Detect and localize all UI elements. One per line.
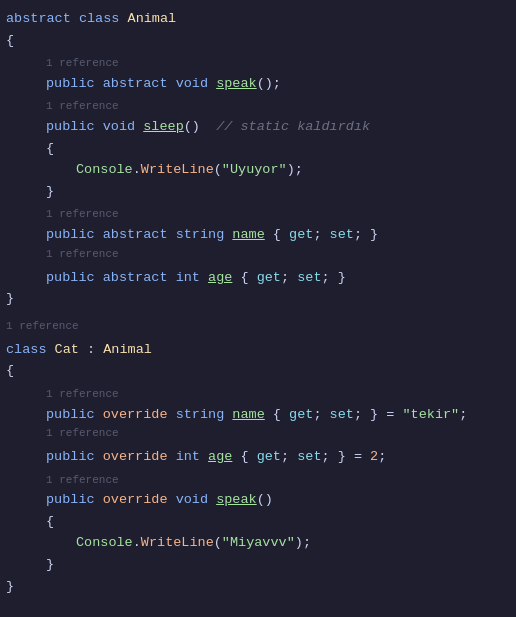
line-close-brace-1: } [0,288,516,310]
line-cat-speak: public override void speak() [0,489,516,511]
line-sleep-body: Console.WriteLine("Uyuyor"); [0,159,516,181]
line-open-brace-2: { [0,360,516,382]
keyword-abstract: abstract [6,8,79,30]
hint-cat-name-ref: 1 reference [0,382,516,404]
line-cat-speak-open: { [0,511,516,533]
line-sleep-close: } [0,181,516,203]
hint-speak-ref: 1 reference [0,51,516,73]
line-speak-abstract: public abstract void speak(); [0,73,516,95]
line-name-prop: public abstract string name { get; set; … [0,224,516,246]
line-sleep-method: public void sleep() // static kaldırdık [0,116,516,138]
section-spacer [0,310,516,318]
hint-name-ref: 1 reference [0,202,516,224]
hint-sleep-ref: 1 reference [0,94,516,116]
line-cat-speak-body: Console.WriteLine("Miyavvv"); [0,532,516,554]
line-cat-name: public override string name { get; set; … [0,404,516,426]
line-abstract-class: abstract class Animal [0,8,516,30]
code-editor: abstract class Animal { 1 reference publ… [0,0,516,605]
line-cat-class: class Cat : Animal [0,339,516,361]
line-age-prop: public abstract int age { get; set; } [0,267,516,289]
classname-animal: Animal [128,8,177,30]
line-open-brace-1: { [0,30,516,52]
line-cat-speak-close: } [0,554,516,576]
line-cat-age: public override int age { get; set; } = … [0,446,516,468]
cat-class-section: 1 reference class Cat : Animal { 1 refer… [0,318,516,598]
hint-cat-ref: 1 reference [0,318,516,339]
hint-age-ref: 1 reference [0,246,516,267]
keyword-class: class [79,8,128,30]
line-close-brace-2: } [0,576,516,598]
line-sleep-open: { [0,138,516,160]
hint-cat-speak-ref: 1 reference [0,468,516,490]
abstract-class-section: abstract class Animal { 1 reference publ… [0,8,516,310]
hint-cat-age-ref: 1 reference [0,425,516,446]
